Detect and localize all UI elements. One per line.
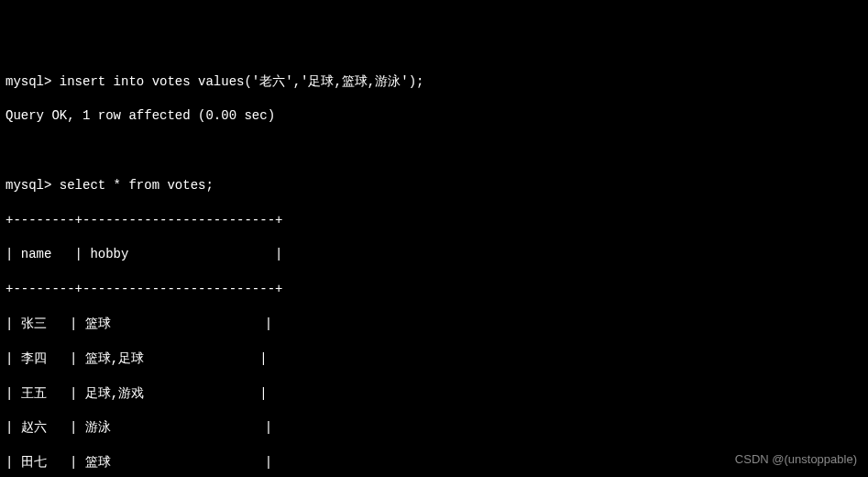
table1-border-top: +--------+-------------------------+ — [5, 212, 863, 229]
prompt-select1: mysql> select * from votes; — [5, 177, 863, 194]
insert-result: Query OK, 1 row affected (0.00 sec) — [5, 107, 863, 125]
blank — [5, 142, 863, 160]
table1-row: | 张三 | 篮球 | — [5, 316, 863, 333]
table1-border-mid: +--------+-------------------------+ — [5, 281, 863, 298]
table1-row: | 李四 | 篮球,足球 | — [5, 350, 863, 368]
table1-header: | name | hobby | — [5, 246, 863, 263]
table1-row: | 田七 | 篮球 | — [5, 454, 863, 471]
table1-row: | 赵六 | 游泳 | — [5, 419, 863, 437]
prompt-insert: mysql> insert into votes values('老六','足球… — [5, 73, 863, 91]
table1-row: | 王五 | 足球,游戏 | — [5, 385, 863, 403]
watermark: CSDN @(unstoppable) — [735, 451, 857, 468]
